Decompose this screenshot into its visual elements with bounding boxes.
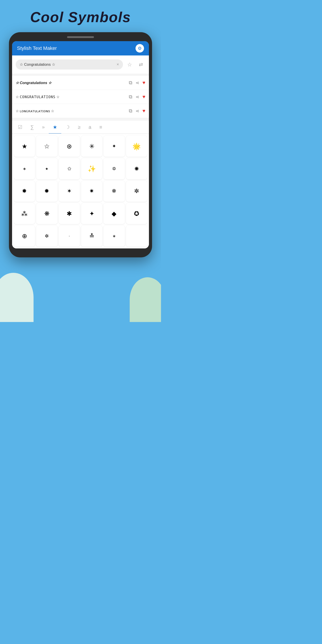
- symbol-burst-5[interactable]: ✵: [104, 181, 124, 202]
- phone-shell: Stylish Text Maker ⚙ ☆ Congratulations ☆…: [9, 32, 152, 258]
- symbol-flower-star[interactable]: ❋: [36, 203, 57, 224]
- bg-decoration-left: [0, 273, 34, 322]
- tab-misc[interactable]: ☑: [14, 121, 26, 134]
- result-text-1: ☆ Congratulations ☆: [16, 81, 126, 85]
- copy-button-2[interactable]: ⧉: [129, 94, 132, 100]
- symbol-burst-6[interactable]: ✼: [126, 181, 147, 202]
- copy-button-1[interactable]: ⧉: [129, 80, 132, 86]
- symbol-burst-2[interactable]: ✹: [36, 181, 57, 202]
- star-icon: ☆: [127, 62, 132, 68]
- symbol-asterisk-small[interactable]: ∗: [14, 158, 35, 179]
- result-actions-3: ⧉ ⋖ ♥: [129, 108, 145, 114]
- symbol-black-diamond[interactable]: ◆: [104, 203, 124, 224]
- bg-decoration-right: [130, 277, 161, 322]
- share-button-3[interactable]: ⋖: [136, 108, 139, 114]
- symbol-eight-pointed[interactable]: ✳: [81, 136, 102, 157]
- copy-button-3[interactable]: ⧉: [129, 108, 132, 114]
- share-button-1[interactable]: ⋖: [136, 80, 139, 86]
- result-text-3: ☆ ʟᴏɴɢʀᴀᴛᴜʟᴀᴛɪᴏɴs ☆: [16, 109, 126, 113]
- tab-stars[interactable]: ★: [49, 121, 61, 134]
- symbol-grid: ★ ☆ ⊛ ✳ ✦ 🌟 ∗ ⭑ ✩ ✨ ✡ ✺ ✸ ✹ ✶ ✷ ✵ ✼ ⁂ ❋ …: [12, 134, 149, 248]
- symbol-compass-burst[interactable]: ✺: [126, 158, 147, 179]
- symbol-outlined-star[interactable]: ✩: [59, 158, 80, 179]
- share-button-2[interactable]: ⋖: [136, 94, 139, 100]
- search-row: ☆ Congratulations ☆ × ☆ ⇄: [12, 56, 149, 74]
- favorite-button-1[interactable]: ♥: [142, 80, 145, 86]
- app-bar-title: Stylish Text Maker: [17, 46, 57, 51]
- symbol-circled-star[interactable]: ⊛: [59, 136, 80, 157]
- favorites-button[interactable]: ☆: [125, 60, 134, 69]
- symbol-empty: [126, 226, 147, 246]
- result-row-2: ☆ CONGRATULATIONS ☆ ⧉ ⋖ ♥: [12, 90, 149, 104]
- symbol-burst-4[interactable]: ✷: [81, 181, 102, 202]
- app-bar: Stylish Text Maker ⚙: [12, 41, 149, 56]
- input-text: ☆ Congratulations ☆: [20, 62, 55, 67]
- symbol-sparkles[interactable]: ✨: [81, 158, 102, 179]
- symbol-white-star[interactable]: ☆: [36, 136, 57, 157]
- results-area: ☆ Congratulations ☆ ⧉ ⋖ ♥ ☆ CONGRATULATI…: [12, 76, 149, 118]
- result-actions-1: ⧉ ⋖ ♥: [129, 80, 145, 86]
- result-actions-2: ⧉ ⋖ ♥: [129, 94, 145, 100]
- phone-notch: [67, 36, 94, 38]
- symbol-burst-3[interactable]: ✶: [59, 181, 80, 202]
- symbol-circled-star-2[interactable]: ⊕: [14, 226, 35, 246]
- symbol-glowing-star[interactable]: 🌟: [126, 136, 147, 157]
- text-input-box[interactable]: ☆ Congratulations ☆ ×: [16, 60, 123, 70]
- symbol-asterism[interactable]: ⁂: [14, 203, 35, 224]
- symbol-star-equals[interactable]: ≛: [81, 226, 102, 246]
- symbol-heavy-asterisk[interactable]: ✱: [59, 203, 80, 224]
- symbol-dot[interactable]: ·: [59, 226, 80, 246]
- tab-math[interactable]: ∑: [26, 121, 38, 134]
- symbol-outlined-six[interactable]: ✡: [104, 158, 124, 179]
- result-row-3: ☆ ʟᴏɴɢʀᴀᴛᴜʟᴀᴛɪᴏɴs ☆ ⧉ ⋖ ♥: [12, 104, 149, 118]
- symbol-open-asterisk[interactable]: ✲: [36, 226, 57, 246]
- refresh-button[interactable]: ⇄: [136, 60, 145, 69]
- phone-screen: Stylish Text Maker ⚙ ☆ Congratulations ☆…: [12, 41, 149, 248]
- result-text-2: ☆ CONGRATULATIONS ☆: [16, 95, 126, 99]
- symbol-circled-white-star[interactable]: ✪: [126, 203, 147, 224]
- favorite-button-3[interactable]: ♥: [142, 108, 145, 114]
- tab-lines[interactable]: ≡: [95, 121, 106, 134]
- result-row-1: ☆ Congratulations ☆ ⧉ ⋖ ♥: [12, 76, 149, 90]
- tab-compare[interactable]: ≥: [74, 121, 84, 134]
- settings-button[interactable]: ⚙: [136, 44, 144, 52]
- tab-moon[interactable]: ☽: [61, 121, 74, 134]
- symbol-pinwheel-star[interactable]: ⭑: [36, 158, 57, 179]
- page-title: Cool Symbols: [30, 9, 131, 26]
- favorite-button-2[interactable]: ♥: [142, 94, 145, 100]
- refresh-icon: ⇄: [139, 62, 143, 68]
- clear-button[interactable]: ×: [116, 62, 119, 67]
- gear-icon: ⚙: [138, 46, 142, 51]
- symbol-four-star[interactable]: ✦: [104, 136, 124, 157]
- symbol-black-star[interactable]: ★: [14, 136, 35, 157]
- tab-quotes[interactable]: »: [38, 121, 49, 134]
- category-tabs: ☑ ∑ » ★ ☽ ≥ a ≡: [12, 121, 149, 134]
- symbol-black-four-star[interactable]: ✦: [81, 203, 102, 224]
- tab-letters[interactable]: a: [84, 121, 95, 134]
- symbol-small-asterisk[interactable]: ∗: [104, 226, 124, 246]
- symbol-burst-1[interactable]: ✸: [14, 181, 35, 202]
